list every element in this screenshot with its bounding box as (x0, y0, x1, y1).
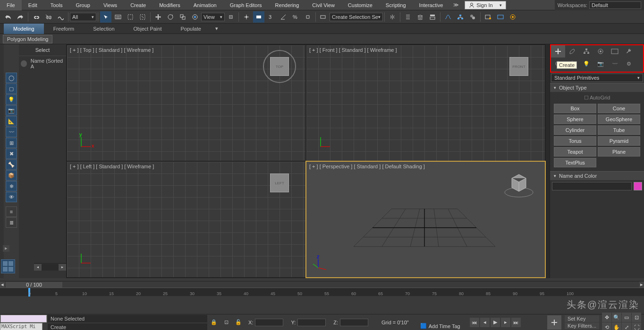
menu-group[interactable]: Group (69, 0, 97, 10)
helpers-cat-icon[interactable]: 〰 (608, 58, 622, 70)
viewport-layout-icon[interactable] (1, 259, 15, 273)
cameras-cat-icon[interactable]: 📷 (593, 58, 608, 70)
next-frame-icon[interactable]: ▸ (501, 318, 510, 327)
selection-lock-icon[interactable]: 🔓 (233, 317, 244, 328)
viewcube-left[interactable]: LEFT (263, 166, 296, 199)
display-spacewarp-icon[interactable]: 〰 (6, 127, 17, 137)
polygon-modeling-button[interactable]: Polygon Modeling (3, 35, 52, 43)
viewport-left[interactable]: [ + ] [ Left ] [ Standard ] [ Wireframe … (67, 162, 305, 277)
percent-snap-icon[interactable]: % (290, 11, 301, 23)
display-bone-icon[interactable]: 🦴 (6, 159, 17, 170)
named-selection-dropdown[interactable]: Create Selection Se (330, 13, 383, 21)
display-all-icon[interactable]: ◯ (6, 73, 17, 83)
menu-civilview[interactable]: Civil View (305, 0, 341, 10)
viewport-perspective[interactable]: [ + ] [ Perspective ] [ Standard ] [ Def… (306, 162, 545, 277)
signin-button[interactable]: Sign In ▾ (465, 1, 506, 9)
tab-modeling[interactable]: Modeling (4, 24, 44, 34)
teapot-button[interactable]: Teapot (554, 147, 596, 157)
bind-icon[interactable] (55, 11, 66, 23)
object-color-swatch[interactable] (634, 182, 642, 190)
textplus-button[interactable]: TextPlus (554, 158, 596, 167)
viewport-left-label[interactable]: [ + ] [ Left ] [ Standard ] [ Wireframe … (70, 164, 154, 169)
spacewarps-cat-icon[interactable]: ⚙ (622, 58, 636, 70)
goto-end-icon[interactable]: ⏭ (511, 318, 521, 327)
select-by-name-icon[interactable] (112, 11, 124, 23)
autokey-toggle-icon[interactable] (547, 315, 561, 330)
menu-customize[interactable]: Customize (341, 0, 379, 10)
viewport-front[interactable]: [ + ] [ Front ] [ Standard ] [ Wireframe… (306, 45, 545, 161)
nav-pan-view-icon[interactable]: ✋ (612, 322, 621, 330)
time-slider-track[interactable] (63, 281, 639, 288)
layer-explorer-icon[interactable] (415, 11, 426, 23)
lights-cat-icon[interactable]: 💡 (579, 58, 593, 70)
display-cameras-icon[interactable]: 📷 (6, 105, 17, 116)
snap-toggle-icon[interactable]: 3 (265, 11, 277, 23)
viewport-top[interactable]: [ + ] [ Top ] [ Standard ] [ Wireframe ]… (67, 45, 305, 161)
list2-icon[interactable]: ≣ (6, 217, 17, 228)
toggle-ribbon-icon[interactable] (427, 11, 438, 23)
display-xref-icon[interactable]: ✖ (6, 148, 17, 159)
name-filter-row[interactable]: Name (Sorted A (19, 56, 66, 71)
timeslider-prev-icon[interactable]: ◂ (0, 281, 5, 288)
cylinder-button[interactable]: Cylinder (554, 125, 596, 135)
menu-views[interactable]: Views (97, 0, 124, 10)
align-icon[interactable] (402, 11, 414, 23)
pyramid-button[interactable]: Pyramid (598, 136, 640, 146)
add-time-tag-button[interactable]: Add Time Tag (429, 323, 460, 329)
expand-panel-icon[interactable]: ▸ (3, 245, 9, 252)
nav-orbit-icon[interactable]: ⟲ (602, 322, 611, 330)
display-hidden-icon[interactable]: 👁 (6, 192, 17, 202)
workspace-input[interactable] (589, 1, 641, 9)
menu-animation[interactable]: Animation (187, 0, 223, 10)
undo-icon[interactable] (2, 11, 14, 23)
modify-tab-icon[interactable] (565, 45, 579, 58)
menu-tools[interactable]: Tools (44, 0, 69, 10)
set-key-button[interactable]: Set Key (565, 315, 599, 322)
display-helpers-icon[interactable]: 📐 (6, 116, 17, 126)
nav-fov-icon[interactable]: ▭ (622, 313, 631, 322)
rotate-icon[interactable] (165, 11, 176, 23)
viewport-scrollbar-v[interactable] (546, 44, 550, 278)
menu-scripting[interactable]: Scripting (379, 0, 413, 10)
timeline-ruler[interactable]: 0510152025303540455055606570758085909510… (0, 288, 644, 296)
render-setup-icon[interactable] (483, 11, 494, 23)
menu-grapheditors[interactable]: Graph Editors (223, 0, 269, 10)
pivot-center-icon[interactable] (225, 11, 237, 23)
viewport-persp-label[interactable]: [ + ] [ Perspective ] [ Standard ] [ Def… (309, 164, 425, 169)
maxscript-listener-input[interactable] (0, 323, 42, 330)
object-type-header[interactable]: Object Type (550, 83, 644, 92)
primitive-category-dropdown[interactable]: Standard Primitives (551, 74, 643, 82)
workspace-selector[interactable]: Workspaces: (555, 0, 644, 10)
edit-selection-set-icon[interactable] (318, 11, 329, 23)
timeslider-next-icon[interactable]: ▸ (639, 281, 644, 288)
cone-button[interactable]: Cone (598, 104, 640, 113)
tab-selection[interactable]: Selection (84, 24, 124, 34)
display-container-icon[interactable]: 📦 (6, 170, 17, 181)
status-color-swatch[interactable] (0, 315, 47, 322)
nav-zoom-extents-icon[interactable]: ⊡ (632, 313, 641, 322)
lock-selection-icon[interactable]: 🔒 (208, 317, 220, 328)
display-geometry-icon[interactable]: ▢ (6, 83, 17, 94)
geosphere-button[interactable]: GeoSphere (598, 115, 640, 124)
redo-icon[interactable] (15, 11, 26, 23)
plane-button[interactable]: Plane (598, 147, 640, 157)
angle-snap-icon[interactable] (278, 11, 289, 23)
tube-button[interactable]: Tube (598, 125, 640, 135)
list-icon[interactable]: ≡ (6, 206, 17, 217)
spinner-snap-icon[interactable] (302, 11, 314, 23)
menu-edit[interactable]: Edit (22, 0, 44, 10)
viewcube-top[interactable]: TOP (263, 50, 296, 83)
menu-create[interactable]: Create (124, 0, 153, 10)
display-frozen-icon[interactable]: ❄ (6, 181, 17, 191)
render-frame-icon[interactable] (495, 11, 506, 23)
ribbon-dropdown-icon[interactable]: ▾ (211, 23, 222, 34)
y-coord-input[interactable] (297, 319, 326, 326)
move-icon[interactable] (153, 11, 164, 23)
link-icon[interactable] (30, 11, 42, 23)
schematic-view-icon[interactable] (455, 11, 466, 23)
render-prod-icon[interactable] (507, 11, 518, 23)
box-button[interactable]: Box (554, 104, 596, 113)
menu-interactive[interactable]: Interactive (413, 0, 450, 10)
mirror-icon[interactable] (387, 11, 398, 23)
viewport-front-label[interactable]: [ + ] [ Front ] [ Standard ] [ Wireframe… (309, 47, 397, 53)
